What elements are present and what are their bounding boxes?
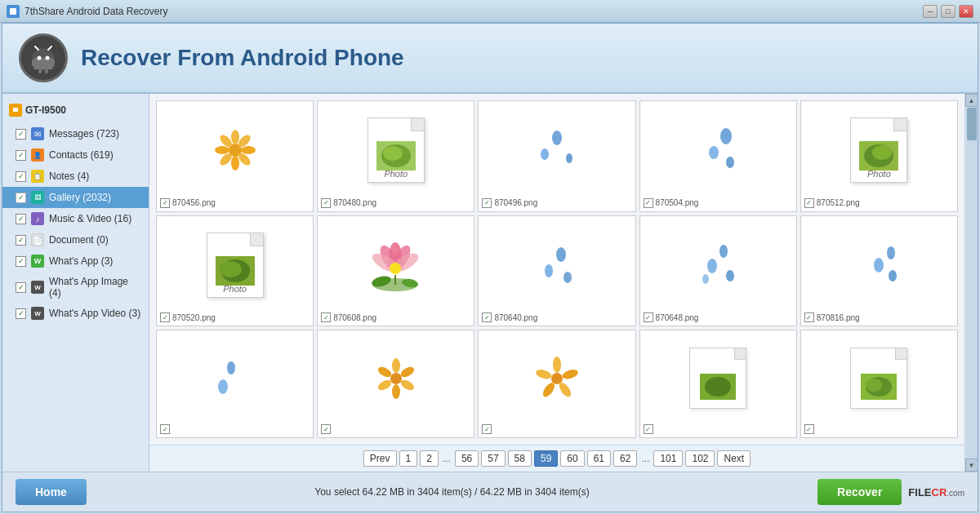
- page-59-button[interactable]: 59: [534, 450, 558, 467]
- image-cell[interactable]: 870816.png: [800, 215, 958, 327]
- image-checkbox[interactable]: [644, 198, 653, 208]
- image-cell[interactable]: [639, 330, 797, 438]
- home-button[interactable]: Home: [16, 479, 87, 505]
- image-cell[interactable]: 870496.png: [478, 100, 635, 212]
- sidebar-item-music[interactable]: ♪ Music & Video (16): [2, 208, 149, 229]
- page-60-button[interactable]: 60: [560, 450, 584, 467]
- image-thumb: Photo: [160, 219, 310, 312]
- sidebar-item-notes[interactable]: 📋 Notes (4): [2, 166, 149, 187]
- image-cell[interactable]: Photo 870520.png: [156, 215, 314, 327]
- page-61-button[interactable]: 61: [587, 450, 611, 467]
- scroll-down-button[interactable]: ▼: [965, 459, 978, 472]
- page-2-button[interactable]: 2: [420, 450, 439, 467]
- page-1-button[interactable]: 1: [399, 450, 418, 467]
- whatsapp-video-checkbox[interactable]: [16, 308, 26, 319]
- scroll-thumb[interactable]: [967, 108, 977, 140]
- image-thumb: [482, 334, 631, 423]
- svg-point-29: [709, 146, 719, 159]
- music-checkbox[interactable]: [16, 214, 26, 224]
- document-checkbox[interactable]: [16, 235, 26, 246]
- sidebar-item-contacts[interactable]: 👤 Contacts (619): [2, 144, 149, 166]
- image-grid: 870456.png: [149, 94, 964, 445]
- messages-checkbox[interactable]: [16, 129, 26, 140]
- image-checkbox[interactable]: [804, 312, 814, 322]
- svg-point-57: [227, 361, 235, 374]
- image-thumb: [160, 104, 310, 197]
- image-cell[interactable]: [800, 330, 958, 438]
- image-filename: 870504.png: [644, 198, 793, 208]
- page-title: Recover From Android Phone: [81, 45, 404, 71]
- sidebar-item-whatsapp-video[interactable]: W What's App Video (3): [2, 303, 149, 324]
- image-checkbox[interactable]: [321, 424, 331, 434]
- svg-rect-10: [45, 69, 48, 73]
- image-thumb: [644, 219, 793, 312]
- svg-point-68: [561, 368, 579, 381]
- image-checkbox[interactable]: [321, 198, 331, 208]
- svg-rect-9: [38, 69, 42, 73]
- image-thumb: [482, 219, 631, 312]
- image-cell[interactable]: [478, 330, 635, 438]
- image-checkbox[interactable]: [482, 198, 492, 208]
- image-checkbox[interactable]: [804, 198, 814, 208]
- gallery-checkbox[interactable]: [16, 193, 26, 203]
- image-cell[interactable]: Photo 870480.png: [317, 100, 474, 212]
- image-checkbox[interactable]: [160, 424, 170, 434]
- minimize-button[interactable]: ─: [923, 5, 938, 18]
- prev-button[interactable]: Prev: [363, 450, 397, 467]
- close-button[interactable]: ✕: [959, 5, 973, 18]
- svg-point-14: [231, 130, 239, 144]
- image-checkbox[interactable]: [321, 312, 331, 322]
- svg-line-5: [35, 47, 38, 50]
- whatsapp-image-checkbox[interactable]: [16, 282, 26, 293]
- whatsapp-checkbox[interactable]: [16, 256, 26, 267]
- notes-checkbox[interactable]: [16, 171, 26, 182]
- contacts-checkbox[interactable]: [16, 150, 26, 161]
- svg-line-6: [48, 47, 51, 50]
- recover-button[interactable]: Recover: [817, 479, 902, 505]
- page-102-button[interactable]: 102: [685, 450, 715, 467]
- sidebar-item-gallery[interactable]: 🖼 Gallery (2032): [2, 187, 149, 208]
- image-checkbox[interactable]: [160, 198, 170, 208]
- page-62-button[interactable]: 62: [613, 450, 637, 467]
- scroll-up-button[interactable]: ▲: [965, 94, 978, 107]
- maximize-button[interactable]: □: [941, 5, 956, 18]
- image-checkbox[interactable]: [644, 424, 653, 434]
- sidebar-item-whatsapp-image[interactable]: W What's App Image (4): [2, 272, 149, 303]
- page-dots-2: ...: [639, 453, 651, 464]
- page-101-button[interactable]: 101: [653, 450, 683, 467]
- image-cell[interactable]: [156, 330, 314, 438]
- image-thumb: [804, 219, 954, 312]
- svg-point-30: [726, 157, 734, 168]
- image-cell[interactable]: 870504.png: [639, 100, 797, 212]
- image-checkbox[interactable]: [482, 424, 492, 434]
- page-58-button[interactable]: 58: [508, 450, 532, 467]
- sidebar-item-whatsapp[interactable]: W What's App (3): [2, 250, 149, 272]
- next-button[interactable]: Next: [717, 450, 751, 467]
- svg-point-58: [218, 379, 228, 394]
- page-57-button[interactable]: 57: [481, 450, 505, 467]
- svg-point-59: [390, 373, 402, 384]
- image-cell[interactable]: 870648.png: [639, 215, 797, 327]
- image-filename: [644, 424, 793, 434]
- image-thumb: [804, 334, 954, 423]
- svg-rect-7: [32, 60, 35, 66]
- image-cell[interactable]: 870456.png: [156, 100, 314, 212]
- scroll-track[interactable]: [966, 107, 978, 459]
- contacts-icon: 👤: [31, 148, 44, 162]
- svg-point-56: [889, 270, 897, 281]
- image-cell[interactable]: Photo 870512.png: [800, 100, 958, 212]
- image-cell[interactable]: 870608.png: [317, 215, 474, 327]
- image-checkbox[interactable]: [160, 312, 170, 322]
- svg-rect-2: [33, 58, 53, 69]
- image-checkbox[interactable]: [644, 312, 653, 322]
- sidebar-item-document[interactable]: 📄 Document (0): [2, 229, 149, 250]
- image-checkbox[interactable]: [482, 312, 492, 322]
- image-checkbox[interactable]: [804, 424, 814, 434]
- status-text: You select 64.22 MB in 3404 item(s) / 64…: [314, 486, 589, 498]
- page-56-button[interactable]: 56: [455, 450, 479, 467]
- image-cell[interactable]: [317, 330, 474, 438]
- svg-point-18: [231, 156, 239, 171]
- image-cell[interactable]: 870640.png: [478, 215, 635, 327]
- svg-point-51: [707, 259, 717, 273]
- sidebar-item-messages[interactable]: ✉ Messages (723): [2, 123, 149, 144]
